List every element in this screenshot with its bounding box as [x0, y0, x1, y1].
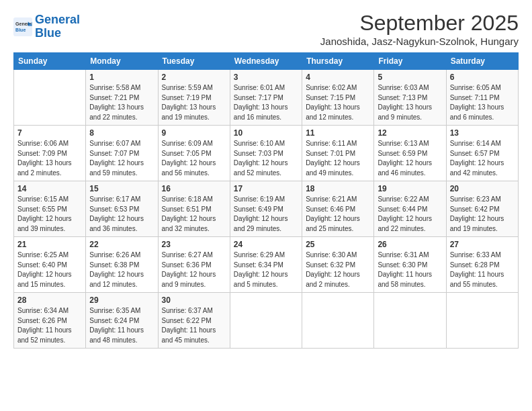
day-info: Sunrise: 6:22 AM Sunset: 6:44 PM Dayligh… [378, 195, 442, 234]
day-info: Sunrise: 6:21 AM Sunset: 6:46 PM Dayligh… [306, 195, 370, 234]
title-block: September 2025 Janoshida, Jasz-Nagykun-S… [320, 11, 519, 47]
day-info: Sunrise: 6:26 AM Sunset: 6:38 PM Dayligh… [89, 250, 154, 289]
calendar-cell: 27Sunrise: 6:33 AM Sunset: 6:28 PM Dayli… [446, 237, 518, 293]
calendar-cell: 6Sunrise: 6:05 AM Sunset: 7:11 PM Daylig… [446, 70, 518, 126]
calendar-cell: 30Sunrise: 6:37 AM Sunset: 6:22 PM Dayli… [158, 293, 230, 349]
calendar-cell: 5Sunrise: 6:03 AM Sunset: 7:13 PM Daylig… [374, 70, 446, 126]
logo-icon: General Blue [13, 17, 32, 36]
calendar-cell: 28Sunrise: 6:34 AM Sunset: 6:26 PM Dayli… [14, 293, 86, 349]
day-number: 14 [17, 184, 82, 193]
day-info: Sunrise: 6:27 AM Sunset: 6:36 PM Dayligh… [162, 250, 226, 289]
day-info: Sunrise: 6:29 AM Sunset: 6:34 PM Dayligh… [234, 250, 298, 289]
day-number: 9 [162, 128, 226, 138]
day-number: 20 [450, 184, 515, 193]
calendar-cell: 22Sunrise: 6:26 AM Sunset: 6:38 PM Dayli… [86, 237, 158, 293]
calendar-cell: 4Sunrise: 6:02 AM Sunset: 7:15 PM Daylig… [302, 70, 374, 126]
calendar-cell: 13Sunrise: 6:14 AM Sunset: 6:57 PM Dayli… [446, 126, 518, 181]
weekday-header-row: SundayMondayTuesdayWednesdayThursdayFrid… [14, 53, 519, 70]
day-number: 8 [89, 128, 154, 138]
day-number: 7 [17, 128, 82, 138]
day-info: Sunrise: 6:07 AM Sunset: 7:07 PM Dayligh… [89, 139, 154, 178]
calendar-cell: 12Sunrise: 6:13 AM Sunset: 6:59 PM Dayli… [374, 126, 446, 181]
calendar-cell: 2Sunrise: 5:59 AM Sunset: 7:19 PM Daylig… [158, 70, 230, 126]
calendar-cell: 9Sunrise: 6:09 AM Sunset: 7:05 PM Daylig… [158, 126, 230, 181]
calendar-cell [374, 293, 446, 349]
day-info: Sunrise: 6:25 AM Sunset: 6:40 PM Dayligh… [17, 250, 82, 289]
weekday-header-friday: Friday [374, 53, 446, 70]
day-info: Sunrise: 6:13 AM Sunset: 6:59 PM Dayligh… [378, 139, 442, 178]
weekday-header-tuesday: Tuesday [158, 53, 230, 70]
day-number: 16 [162, 184, 226, 193]
calendar-cell: 10Sunrise: 6:10 AM Sunset: 7:03 PM Dayli… [230, 126, 302, 181]
weekday-header-monday: Monday [86, 53, 158, 70]
day-info: Sunrise: 6:03 AM Sunset: 7:13 PM Dayligh… [378, 83, 442, 122]
calendar-cell: 18Sunrise: 6:21 AM Sunset: 6:46 PM Dayli… [302, 181, 374, 237]
day-info: Sunrise: 6:18 AM Sunset: 6:51 PM Dayligh… [162, 195, 226, 234]
day-number: 17 [234, 184, 298, 193]
calendar-cell: 25Sunrise: 6:30 AM Sunset: 6:32 PM Dayli… [302, 237, 374, 293]
calendar-cell: 20Sunrise: 6:23 AM Sunset: 6:42 PM Dayli… [446, 181, 518, 237]
day-info: Sunrise: 6:06 AM Sunset: 7:09 PM Dayligh… [17, 139, 82, 178]
day-number: 29 [89, 295, 154, 305]
day-info: Sunrise: 6:02 AM Sunset: 7:15 PM Dayligh… [306, 83, 370, 122]
calendar-cell: 17Sunrise: 6:19 AM Sunset: 6:49 PM Dayli… [230, 181, 302, 237]
day-number: 24 [234, 240, 298, 249]
logo: General Blue General Blue [13, 13, 80, 40]
day-number: 28 [17, 295, 82, 305]
day-info: Sunrise: 6:34 AM Sunset: 6:26 PM Dayligh… [17, 306, 82, 345]
calendar-cell [446, 293, 518, 349]
calendar-table: SundayMondayTuesdayWednesdayThursdayFrid… [13, 52, 519, 349]
day-info: Sunrise: 6:01 AM Sunset: 7:17 PM Dayligh… [234, 83, 298, 122]
calendar-cell: 15Sunrise: 6:17 AM Sunset: 6:53 PM Dayli… [86, 181, 158, 237]
day-number: 13 [450, 128, 515, 138]
day-number: 3 [234, 73, 298, 82]
weekday-header-wednesday: Wednesday [230, 53, 302, 70]
calendar-cell: 26Sunrise: 6:31 AM Sunset: 6:30 PM Dayli… [374, 237, 446, 293]
day-info: Sunrise: 6:09 AM Sunset: 7:05 PM Dayligh… [162, 139, 226, 178]
svg-text:Blue: Blue [15, 28, 26, 32]
week-row-5: 28Sunrise: 6:34 AM Sunset: 6:26 PM Dayli… [14, 293, 519, 349]
calendar-cell [14, 70, 86, 126]
week-row-4: 21Sunrise: 6:25 AM Sunset: 6:40 PM Dayli… [14, 237, 519, 293]
calendar-cell [302, 293, 374, 349]
calendar-cell: 19Sunrise: 6:22 AM Sunset: 6:44 PM Dayli… [374, 181, 446, 237]
calendar-cell [230, 293, 302, 349]
day-number: 23 [162, 240, 226, 249]
day-number: 19 [378, 184, 442, 193]
day-info: Sunrise: 6:05 AM Sunset: 7:11 PM Dayligh… [450, 83, 515, 122]
day-number: 12 [378, 128, 442, 138]
day-number: 30 [162, 295, 226, 305]
calendar-cell: 11Sunrise: 6:11 AM Sunset: 7:01 PM Dayli… [302, 126, 374, 181]
day-number: 2 [162, 73, 226, 82]
calendar-cell: 3Sunrise: 6:01 AM Sunset: 7:17 PM Daylig… [230, 70, 302, 126]
day-info: Sunrise: 6:15 AM Sunset: 6:55 PM Dayligh… [17, 195, 82, 234]
weekday-header-sunday: Sunday [14, 53, 86, 70]
calendar-cell: 8Sunrise: 6:07 AM Sunset: 7:07 PM Daylig… [86, 126, 158, 181]
calendar-cell: 1Sunrise: 5:58 AM Sunset: 7:21 PM Daylig… [86, 70, 158, 126]
calendar-cell: 21Sunrise: 6:25 AM Sunset: 6:40 PM Dayli… [14, 237, 86, 293]
week-row-3: 14Sunrise: 6:15 AM Sunset: 6:55 PM Dayli… [14, 181, 519, 237]
week-row-2: 7Sunrise: 6:06 AM Sunset: 7:09 PM Daylig… [14, 126, 519, 181]
header: General Blue General Blue September 2025… [13, 11, 519, 47]
day-number: 27 [450, 240, 515, 249]
day-number: 22 [89, 240, 154, 249]
calendar-cell: 16Sunrise: 6:18 AM Sunset: 6:51 PM Dayli… [158, 181, 230, 237]
day-number: 4 [306, 73, 370, 82]
calendar-cell: 14Sunrise: 6:15 AM Sunset: 6:55 PM Dayli… [14, 181, 86, 237]
calendar-cell: 24Sunrise: 6:29 AM Sunset: 6:34 PM Dayli… [230, 237, 302, 293]
day-number: 18 [306, 184, 370, 193]
day-info: Sunrise: 6:35 AM Sunset: 6:24 PM Dayligh… [89, 306, 154, 345]
day-info: Sunrise: 6:30 AM Sunset: 6:32 PM Dayligh… [306, 250, 370, 289]
day-info: Sunrise: 6:10 AM Sunset: 7:03 PM Dayligh… [234, 139, 298, 178]
day-number: 5 [378, 73, 442, 82]
day-info: Sunrise: 5:58 AM Sunset: 7:21 PM Dayligh… [89, 83, 154, 122]
day-info: Sunrise: 5:59 AM Sunset: 7:19 PM Dayligh… [162, 83, 226, 122]
logo-name: General Blue [35, 13, 80, 40]
location-title: Janoshida, Jasz-Nagykun-Szolnok, Hungary [320, 36, 519, 47]
day-number: 10 [234, 128, 298, 138]
day-info: Sunrise: 6:37 AM Sunset: 6:22 PM Dayligh… [162, 306, 226, 345]
calendar-cell: 29Sunrise: 6:35 AM Sunset: 6:24 PM Dayli… [86, 293, 158, 349]
month-title: September 2025 [320, 11, 519, 36]
week-row-1: 1Sunrise: 5:58 AM Sunset: 7:21 PM Daylig… [14, 70, 519, 126]
day-info: Sunrise: 6:17 AM Sunset: 6:53 PM Dayligh… [89, 195, 154, 234]
